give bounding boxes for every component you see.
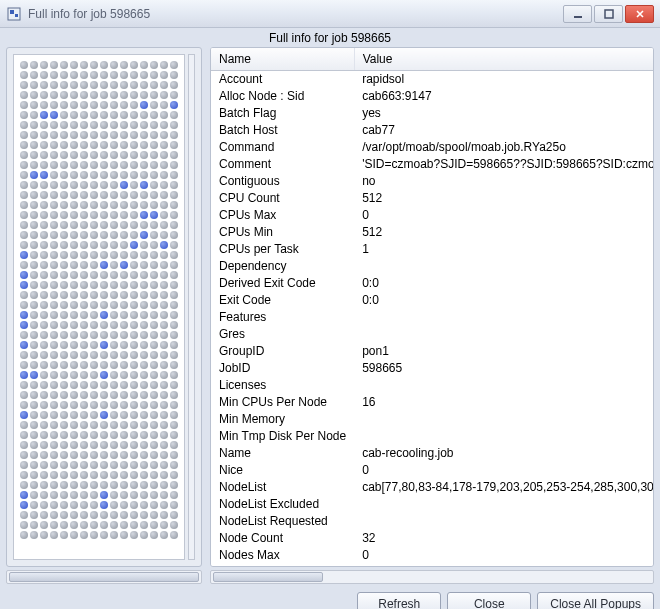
node-dot[interactable] — [60, 241, 68, 249]
node-dot[interactable] — [130, 531, 138, 539]
node-dot[interactable] — [60, 491, 68, 499]
node-dot[interactable] — [90, 191, 98, 199]
node-dot[interactable] — [30, 191, 38, 199]
node-dot[interactable] — [30, 511, 38, 519]
node-dot[interactable] — [80, 371, 88, 379]
node-dot[interactable] — [70, 391, 78, 399]
node-dot[interactable] — [170, 501, 178, 509]
refresh-button[interactable]: Refresh — [357, 592, 441, 609]
node-dot[interactable] — [70, 331, 78, 339]
node-dot[interactable] — [40, 111, 48, 119]
node-dot[interactable] — [110, 161, 118, 169]
node-dot[interactable] — [50, 521, 58, 529]
table-row[interactable]: NodeListcab[77,80,83-84,178-179,203,205,… — [211, 479, 653, 496]
node-dot[interactable] — [50, 351, 58, 359]
node-dot[interactable] — [110, 511, 118, 519]
node-dot[interactable] — [170, 411, 178, 419]
node-dot[interactable] — [90, 221, 98, 229]
node-dot[interactable] — [150, 311, 158, 319]
node-dot[interactable] — [80, 481, 88, 489]
node-dot[interactable] — [150, 521, 158, 529]
node-dot[interactable] — [110, 351, 118, 359]
node-dot[interactable] — [160, 61, 168, 69]
node-dot[interactable] — [170, 261, 178, 269]
node-dot[interactable] — [20, 351, 28, 359]
node-dot[interactable] — [140, 271, 148, 279]
node-dot[interactable] — [90, 281, 98, 289]
node-dot[interactable] — [160, 321, 168, 329]
node-dot[interactable] — [40, 241, 48, 249]
node-dot[interactable] — [120, 491, 128, 499]
node-dot[interactable] — [100, 181, 108, 189]
node-dot[interactable] — [110, 461, 118, 469]
node-dot[interactable] — [80, 501, 88, 509]
node-dot[interactable] — [110, 451, 118, 459]
node-dot[interactable] — [90, 311, 98, 319]
node-dot[interactable] — [150, 141, 158, 149]
node-dot[interactable] — [160, 71, 168, 79]
node-dot[interactable] — [120, 521, 128, 529]
node-dot[interactable] — [160, 521, 168, 529]
node-dot[interactable] — [140, 201, 148, 209]
node-dot[interactable] — [110, 301, 118, 309]
node-dot[interactable] — [50, 81, 58, 89]
node-dot[interactable] — [150, 351, 158, 359]
node-dot[interactable] — [50, 411, 58, 419]
node-dot[interactable] — [120, 451, 128, 459]
node-dot[interactable] — [40, 141, 48, 149]
node-dot[interactable] — [50, 221, 58, 229]
table-row[interactable]: GroupIDpon1 — [211, 343, 653, 360]
node-dot[interactable] — [150, 411, 158, 419]
node-dot[interactable] — [70, 181, 78, 189]
node-dot[interactable] — [50, 191, 58, 199]
table-row[interactable]: JobID598665 — [211, 360, 653, 377]
node-dot[interactable] — [170, 381, 178, 389]
node-dot[interactable] — [30, 231, 38, 239]
node-dot[interactable] — [50, 481, 58, 489]
node-dot[interactable] — [90, 451, 98, 459]
node-dot[interactable] — [110, 101, 118, 109]
table-row[interactable]: NodeList Excluded — [211, 496, 653, 513]
node-dot[interactable] — [170, 431, 178, 439]
node-dot[interactable] — [160, 201, 168, 209]
node-dot[interactable] — [140, 331, 148, 339]
node-dot[interactable] — [110, 381, 118, 389]
node-dot[interactable] — [140, 161, 148, 169]
node-dot[interactable] — [130, 231, 138, 239]
node-dot[interactable] — [80, 461, 88, 469]
node-dot[interactable] — [60, 521, 68, 529]
node-dot[interactable] — [130, 181, 138, 189]
node-dot[interactable] — [50, 131, 58, 139]
node-dot[interactable] — [70, 111, 78, 119]
node-dot[interactable] — [20, 391, 28, 399]
node-dot[interactable] — [70, 91, 78, 99]
node-dot[interactable] — [20, 461, 28, 469]
node-dot[interactable] — [20, 491, 28, 499]
node-dot[interactable] — [100, 201, 108, 209]
node-dot[interactable] — [20, 201, 28, 209]
table-row[interactable]: Comment'SID=czmoab?SJID=598665??SJID:598… — [211, 156, 653, 173]
node-dot[interactable] — [90, 231, 98, 239]
node-dot[interactable] — [140, 181, 148, 189]
node-dot[interactable] — [80, 351, 88, 359]
node-dot[interactable] — [120, 501, 128, 509]
node-dot[interactable] — [150, 201, 158, 209]
node-dot[interactable] — [110, 121, 118, 129]
node-dot[interactable] — [30, 371, 38, 379]
node-dot[interactable] — [150, 221, 158, 229]
node-dot[interactable] — [160, 411, 168, 419]
node-dot[interactable] — [60, 431, 68, 439]
node-dot[interactable] — [90, 461, 98, 469]
node-dot[interactable] — [170, 241, 178, 249]
node-dot[interactable] — [170, 91, 178, 99]
node-dot[interactable] — [110, 71, 118, 79]
node-dot[interactable] — [30, 161, 38, 169]
node-dot[interactable] — [160, 81, 168, 89]
node-dot[interactable] — [80, 511, 88, 519]
node-dot[interactable] — [170, 141, 178, 149]
node-dot[interactable] — [40, 211, 48, 219]
node-dot[interactable] — [150, 101, 158, 109]
node-dot[interactable] — [70, 151, 78, 159]
node-dot[interactable] — [40, 351, 48, 359]
node-dot[interactable] — [110, 391, 118, 399]
